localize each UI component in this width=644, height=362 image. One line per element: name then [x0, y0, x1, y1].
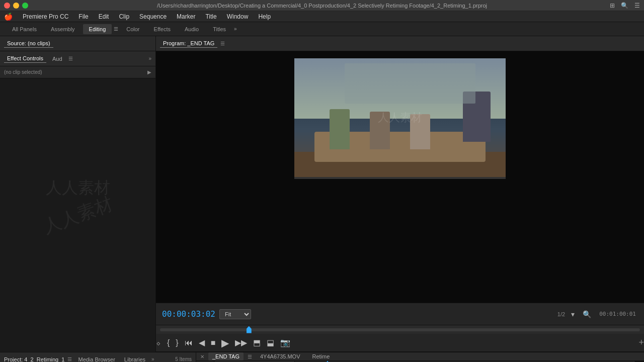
apple-menu[interactable]: 🍎 [4, 13, 13, 21]
prev-keyframe-btn[interactable]: { [167, 338, 170, 347]
timeline-header: ✕ _END TAG ☰ 4Y4A6735.MOV Retime [196, 352, 644, 361]
project-expand-icon[interactable]: » [151, 356, 154, 362]
insert-btn[interactable]: ⬒ [253, 338, 261, 347]
prev-in-btn[interactable]: ⬦ [156, 338, 161, 347]
program-timecode[interactable]: 00:00:03:02 [162, 309, 215, 319]
project-item-count: 5 Items [175, 356, 192, 362]
timeline-tab-retime[interactable]: Retime [308, 352, 334, 360]
right-timecode: 00:01:00:01 [597, 310, 638, 318]
title-bar-path: /Users/richardharrington/Desktop/Creatin… [34, 3, 610, 9]
libraries-tab[interactable]: Libraries [121, 355, 148, 363]
project-panel-header: Project: 4_2_Retiming_1 ☰ Media Browser … [0, 352, 196, 362]
zoom-icon[interactable]: 🔍 [581, 309, 593, 319]
program-video-area: 人人素材 [156, 51, 644, 303]
program-panel-header: Program: _END TAG ☰ [156, 36, 644, 51]
window-controls-icon[interactable]: ⊞ [610, 2, 615, 9]
project-title: Project: 4_2_Retiming_1 [4, 356, 64, 363]
ws-tab-titles[interactable]: Titles [207, 24, 232, 34]
scrubber-playhead[interactable] [247, 326, 252, 333]
minimize-button[interactable] [13, 3, 19, 9]
editing-menu-icon[interactable]: ☰ [114, 26, 118, 32]
camera-btn[interactable]: 📷 [280, 338, 290, 347]
program-controls-bar: 00:00:03:02 Fit 25% 50% 75% 100% 1/2 ▾ 🔍… [156, 303, 644, 325]
watermark-2: 人人素材 [46, 177, 110, 199]
menu-marker[interactable]: Marker [173, 12, 199, 21]
ws-tab-assembly[interactable]: Assembly [45, 24, 81, 34]
video-frame: 人人素材 [294, 58, 506, 179]
close-button[interactable] [4, 3, 10, 9]
project-panel: Project: 4_2_Retiming_1 ☰ Media Browser … [0, 352, 196, 362]
scrubber-track[interactable] [160, 328, 640, 331]
ws-tab-allpanels[interactable]: All Panels [6, 24, 43, 34]
fit-dropdown[interactable]: Fit 25% 50% 75% 100% [219, 309, 251, 319]
timeline-tab-endtag[interactable]: _END TAG [208, 352, 244, 360]
watermark-1: 人人素材 [39, 191, 116, 239]
menu-window[interactable]: Window [223, 12, 253, 21]
no-clip-expand[interactable]: ▶ [147, 69, 151, 75]
go-prev-btn[interactable]: ⏮ [185, 338, 193, 347]
center-panel: Program: _END TAG ☰ [156, 36, 644, 352]
ws-tab-color[interactable]: Color [120, 24, 145, 34]
menu-help[interactable]: Help [254, 12, 275, 21]
no-clip-header: (no clip selected) ▶ [0, 66, 155, 78]
effect-controls-tab[interactable]: Effect Controls [4, 54, 46, 63]
step-fwd-btn[interactable]: ▶▶ [235, 338, 247, 347]
audio-tab[interactable]: Aud [49, 55, 65, 63]
menu-icon[interactable]: ☰ [634, 2, 640, 9]
program-menu-icon[interactable]: ☰ [220, 41, 225, 46]
timeline-tab-close[interactable]: ✕ [200, 354, 204, 359]
no-clip-label: (no clip selected) [4, 69, 42, 75]
stop-btn[interactable]: ■ [211, 338, 216, 347]
project-menu-icon[interactable]: ☰ [67, 356, 72, 362]
ws-tab-editing[interactable]: Editing [83, 24, 112, 34]
source-label: Source: (no clips) [4, 39, 53, 48]
menu-file[interactable]: File [74, 12, 92, 21]
media-browser-tab[interactable]: Media Browser [75, 355, 118, 363]
program-scrubber[interactable] [156, 325, 644, 334]
effect-controls-menu-icon[interactable]: ☰ [68, 56, 73, 61]
timeline-tab-mov[interactable]: 4Y4A6735.MOV [256, 352, 304, 360]
title-bar-icons: ⊞ 🔍 ☰ [610, 2, 640, 9]
page-info: 1/2 [557, 311, 565, 317]
add-track-btn[interactable]: + [638, 337, 644, 348]
main-area: Source: (no clips) Effect Controls Aud ☰… [0, 36, 644, 352]
transport-bar: ⬦ { } ⏮ ◀ ■ ▶ ▶▶ ⬒ ⬓ 📷 + [156, 334, 644, 352]
next-keyframe-btn[interactable]: } [176, 338, 178, 347]
ws-tab-effects[interactable]: Effects [148, 24, 177, 34]
effect-controls-expand-icon[interactable]: » [148, 56, 151, 61]
page-dropdown-icon[interactable]: ▾ [569, 309, 577, 319]
overwrite-btn[interactable]: ⬓ [267, 338, 274, 347]
search-icon[interactable]: 🔍 [621, 2, 628, 9]
effect-controls-header: Effect Controls Aud ☰ » [0, 51, 155, 66]
left-panel: Source: (no clips) Effect Controls Aud ☰… [0, 36, 156, 352]
title-bar: /Users/richardharrington/Desktop/Creatin… [0, 0, 644, 11]
menu-bar: 🍎 Premiere Pro CC File Edit Clip Sequenc… [0, 11, 644, 22]
traffic-lights[interactable] [4, 3, 28, 9]
source-panel-header: Source: (no clips) [0, 36, 155, 51]
video-preview: 人人素材 [294, 58, 506, 177]
workspace-bar: All Panels Assembly Editing ☰ Color Effe… [0, 22, 644, 36]
workspace-more-icon[interactable]: » [234, 26, 237, 32]
menu-clip[interactable]: Clip [115, 12, 133, 21]
menu-title[interactable]: Title [201, 12, 220, 21]
bottom-area: Project: 4_2_Retiming_1 ☰ Media Browser … [0, 352, 644, 362]
maximize-button[interactable] [22, 3, 28, 9]
source-video-area: 人人素材 人人素材 [0, 78, 155, 352]
program-label: Program: _END TAG [160, 39, 217, 48]
play-btn[interactable]: ▶ [221, 337, 229, 349]
menu-sequence[interactable]: Sequence [135, 12, 171, 21]
menu-premiere[interactable]: Premiere Pro CC [19, 12, 72, 21]
timeline-tab-endtag-menu[interactable]: ☰ [248, 354, 252, 359]
step-back-btn[interactable]: ◀ [199, 338, 205, 347]
ws-tab-audio[interactable]: Audio [179, 24, 205, 34]
menu-edit[interactable]: Edit [95, 12, 113, 21]
timeline-panel: ✕ _END TAG ☰ 4Y4A6735.MOV Retime ↖ ↔ ⊃ ⊔… [196, 352, 644, 362]
